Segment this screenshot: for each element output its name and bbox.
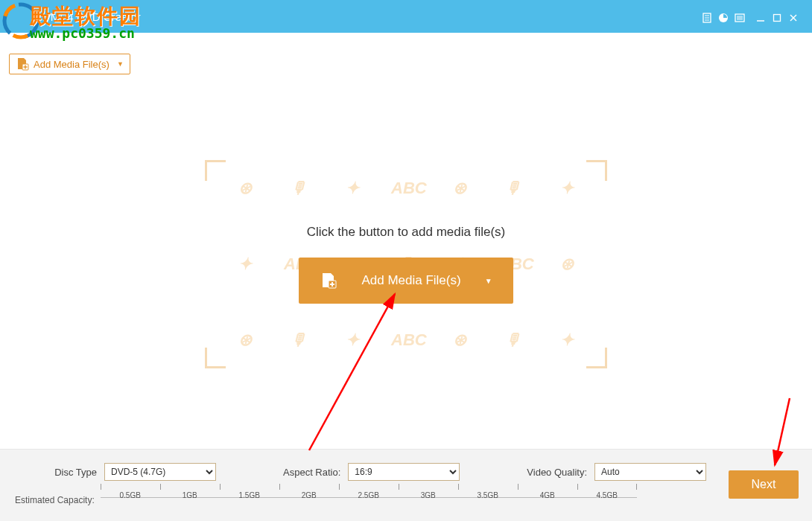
corner-bracket [586,160,607,181]
chevron-down-icon: ▼ [485,277,492,285]
corner-bracket [586,348,607,368]
capacity-tick: 3.5GB [458,491,518,499]
add-media-big-button[interactable]: Add Media File(s) ▼ [299,258,513,304]
capacity-tick: 4GB [518,491,577,499]
disc-type-select[interactable]: DVD-5 (4.7G) [104,463,216,481]
toolbar: Add Media File(s) ▼ [0,33,812,74]
capacity-tick: 4.5GB [577,491,637,499]
minimize-button[interactable] [752,10,769,23]
disc-type-label: Disc Type [15,467,97,478]
add-file-icon [16,57,29,71]
titlebar: AnyMP4 DVD Creator [0,0,812,33]
register-icon[interactable] [699,10,715,22]
drop-area: ⊛🎙✦ABC⊛🎙✦ ✦ABC⊛🎙✦ABC⊛ ⊛🎙✦ABC⊛🎙✦ Click th… [205,160,607,368]
maximize-button[interactable] [769,10,785,23]
help-icon[interactable] [715,10,732,22]
app-title: AnyMP4 DVD Creator [31,10,141,23]
capacity-tick: 2.5GB [339,491,399,499]
video-quality-label: Video Quality: [527,467,587,478]
capacity-scale: 0.5GB1GB1.5GB2GB2.5GB3GB3.5GB4GB4.5GB [101,490,637,511]
capacity-tick: 3GB [399,491,458,499]
capacity-tick: 2GB [279,491,339,499]
capacity-tick: 1.5GB [220,491,279,499]
capacity-label: Estimated Capacity: [15,495,95,505]
bottom-panel: Disc Type DVD-5 (4.7G) Aspect Ratio: 16:… [0,449,812,521]
chevron-down-icon: ▼ [117,60,124,68]
capacity-tick: 1GB [160,491,220,499]
video-quality-select[interactable]: Auto [594,463,706,481]
menu-icon[interactable] [732,10,748,22]
aspect-ratio-label: Aspect Ratio: [283,467,340,478]
capacity-tick: 0.5GB [101,491,160,499]
capacity-row: Estimated Capacity: 0.5GB1GB1.5GB2GB2.5G… [15,490,797,511]
add-media-big-label: Add Media File(s) [361,273,460,288]
instruction-text: Click the button to add media file(s) [307,225,505,240]
bottom-controls: Disc Type DVD-5 (4.7G) Aspect Ratio: 16:… [15,463,797,481]
close-button[interactable] [785,10,802,23]
corner-bracket [205,348,226,368]
main-area: ⊛🎙✦ABC⊛🎙✦ ✦ABC⊛🎙✦ABC⊛ ⊛🎙✦ABC⊛🎙✦ Click th… [0,78,812,450]
add-file-icon [320,272,337,290]
add-media-small-button[interactable]: Add Media File(s) ▼ [9,54,130,74]
svg-rect-10 [774,14,781,21]
add-media-small-label: Add Media File(s) [34,59,110,70]
aspect-ratio-select[interactable]: 16:9 [348,463,460,481]
corner-bracket [205,160,226,181]
next-button[interactable]: Next [729,470,799,499]
